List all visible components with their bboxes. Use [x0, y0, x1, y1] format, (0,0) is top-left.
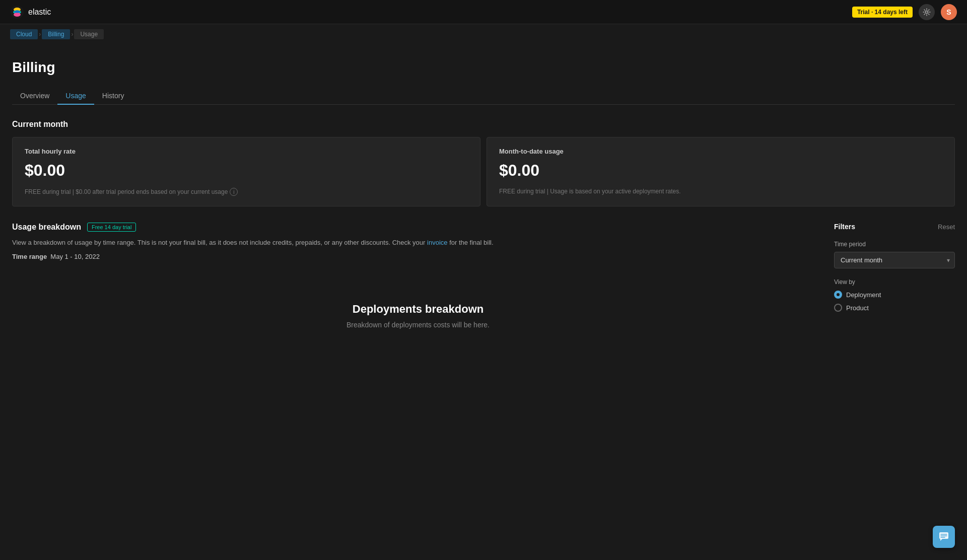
- time-period-select-wrapper: Current month Last month Last 3 months C…: [834, 252, 955, 268]
- trial-badge[interactable]: Trial · 14 days left: [852, 7, 913, 18]
- breadcrumb-billing[interactable]: Billing: [42, 29, 70, 39]
- page-title: Billing: [12, 59, 955, 76]
- deployments-breakdown-title: Deployments breakdown: [353, 303, 484, 316]
- settings-button[interactable]: [919, 4, 935, 20]
- nav-logo-area: elastic: [10, 5, 51, 19]
- svg-point-4: [14, 10, 20, 13]
- view-by-radio-group: Deployment Product: [834, 291, 955, 312]
- current-month-section: Current month Total hourly rate $0.00 FR…: [12, 120, 955, 206]
- tabs-bar: Overview Usage History: [12, 88, 955, 105]
- top-nav: elastic Trial · 14 days left S: [0, 0, 967, 24]
- user-avatar[interactable]: S: [941, 4, 957, 20]
- radio-deployment-circle: [834, 291, 842, 299]
- radio-deployment-label: Deployment: [846, 291, 881, 299]
- month-to-date-label: Month-to-date usage: [499, 148, 942, 155]
- usage-description: View a breakdown of usage by time range.…: [12, 238, 824, 248]
- time-period-select[interactable]: Current month Last month Last 3 months C…: [834, 252, 955, 268]
- breadcrumb: Cloud › Billing › Usage: [0, 24, 967, 44]
- svg-point-5: [926, 11, 928, 13]
- svg-point-3: [14, 13, 21, 17]
- month-to-date-note: FREE during trial | Usage is based on yo…: [499, 188, 942, 195]
- usage-main: Usage breakdown Free 14 day trial View a…: [12, 223, 824, 359]
- radio-deployment[interactable]: Deployment: [834, 291, 955, 299]
- time-range-row: Time range May 1 - 10, 2022: [12, 253, 824, 260]
- svg-marker-7: [940, 539, 942, 541]
- time-period-label: Time period: [834, 241, 955, 248]
- breadcrumb-sep-1: ›: [39, 31, 41, 38]
- tab-overview[interactable]: Overview: [12, 88, 57, 105]
- usage-section: Usage breakdown Free 14 day trial View a…: [12, 223, 955, 359]
- main-content: Billing Overview Usage History Current m…: [0, 44, 967, 379]
- filters-title: Filters: [834, 223, 855, 231]
- info-icon-hourly[interactable]: i: [230, 188, 238, 196]
- breadcrumb-cloud[interactable]: Cloud: [10, 29, 38, 39]
- breadcrumb-usage: Usage: [74, 29, 104, 39]
- deployments-empty: Deployments breakdown Breakdown of deplo…: [12, 272, 824, 359]
- reset-filters-button[interactable]: Reset: [938, 223, 955, 231]
- current-month-title: Current month: [12, 120, 955, 129]
- breadcrumb-container: Cloud › Billing › Usage: [10, 29, 104, 39]
- usage-header: Usage breakdown Free 14 day trial: [12, 223, 824, 232]
- tab-history[interactable]: History: [94, 88, 132, 105]
- chat-widget[interactable]: [933, 526, 955, 548]
- breadcrumb-sep-2: ›: [71, 31, 73, 38]
- radio-product-circle: [834, 304, 842, 312]
- radio-product[interactable]: Product: [834, 304, 955, 312]
- filters-header: Filters Reset: [834, 223, 955, 231]
- total-hourly-amount: $0.00: [25, 161, 468, 180]
- total-hourly-label: Total hourly rate: [25, 148, 468, 155]
- total-hourly-note: FREE during trial | $0.00 after trial pe…: [25, 188, 468, 196]
- month-to-date-amount: $0.00: [499, 161, 942, 180]
- free-trial-badge: Free 14 day trial: [87, 223, 136, 232]
- invoice-link[interactable]: invoice: [427, 239, 447, 246]
- app-name: elastic: [28, 8, 51, 17]
- deployments-breakdown-subtitle: Breakdown of deployments costs will be h…: [347, 321, 490, 329]
- view-by-label: View by: [834, 278, 955, 286]
- month-to-date-card: Month-to-date usage $0.00 FREE during tr…: [487, 137, 955, 206]
- filters-panel: Filters Reset Time period Current month …: [834, 223, 955, 359]
- radio-product-label: Product: [846, 304, 869, 312]
- usage-breakdown-title: Usage breakdown: [12, 223, 81, 232]
- tab-usage[interactable]: Usage: [57, 88, 94, 105]
- billing-cards-row: Total hourly rate $0.00 FREE during tria…: [12, 137, 955, 206]
- elastic-logo: [10, 5, 24, 19]
- nav-right: Trial · 14 days left S: [852, 4, 957, 20]
- total-hourly-card: Total hourly rate $0.00 FREE during tria…: [12, 137, 480, 206]
